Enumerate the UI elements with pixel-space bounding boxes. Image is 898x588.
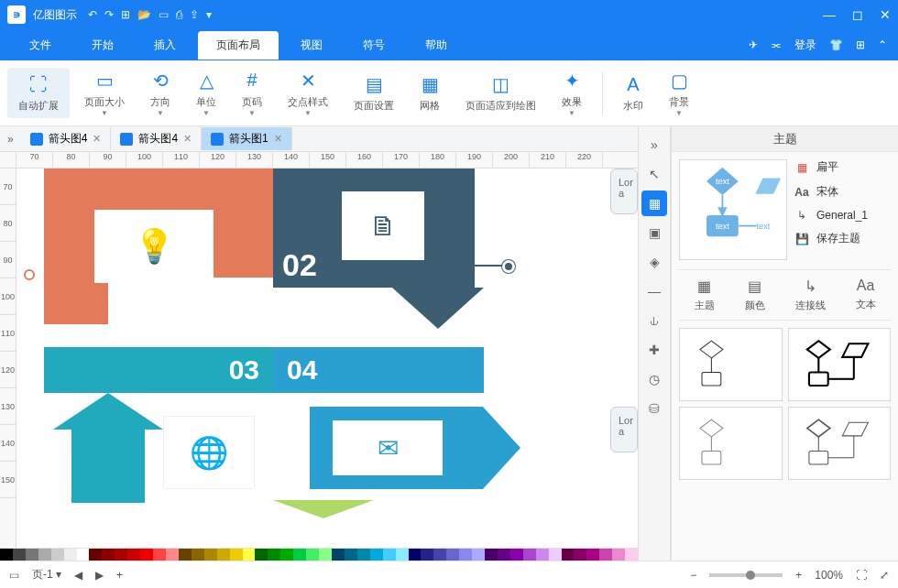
apps-icon[interactable]: ⊞ xyxy=(856,38,865,51)
color-swatch[interactable] xyxy=(51,549,64,561)
color-swatch[interactable] xyxy=(127,549,140,561)
color-swatch[interactable] xyxy=(140,549,153,561)
color-swatch[interactable] xyxy=(357,549,370,561)
color-swatch[interactable] xyxy=(562,549,575,561)
fullscreen-icon[interactable]: ⤢ xyxy=(880,569,889,582)
opt-save-theme[interactable]: 💾保存主题 xyxy=(794,231,868,246)
theme-preview[interactable]: text text text xyxy=(679,159,787,260)
color-swatch[interactable] xyxy=(433,549,446,561)
menu-tab-symbol[interactable]: 符号 xyxy=(345,31,403,60)
cat-connector[interactable]: ↳连接线 xyxy=(795,278,826,312)
rail-chart-icon[interactable]: ⫝ xyxy=(641,308,667,333)
color-swatch[interactable] xyxy=(446,549,459,561)
color-swatch[interactable] xyxy=(498,549,510,561)
menu-tab-insert[interactable]: 插入 xyxy=(136,31,194,60)
theme-thumb-2[interactable] xyxy=(788,328,892,401)
rail-cursor-icon[interactable]: ↖ xyxy=(641,161,667,187)
color-swatch[interactable] xyxy=(243,549,256,561)
tshirt-icon[interactable]: 👕 xyxy=(829,38,843,51)
color-swatch[interactable] xyxy=(192,549,204,561)
ribbon-effects[interactable]: ✦效果▼ xyxy=(551,64,593,123)
page-name-label[interactable]: 页-1 ▾ xyxy=(32,567,61,583)
ribbon-page-setup[interactable]: ▤页面设置 xyxy=(343,68,405,118)
color-swatch[interactable] xyxy=(166,549,179,561)
color-swatch[interactable] xyxy=(268,549,280,561)
rail-history-icon[interactable]: ◷ xyxy=(641,366,667,392)
color-swatch[interactable] xyxy=(472,549,485,561)
color-swatch[interactable] xyxy=(510,549,523,561)
shape-arrow-03[interactable]: 03 🌐 xyxy=(44,347,273,503)
ribbon-page-number[interactable]: #页码▼ xyxy=(231,64,273,123)
color-swatch[interactable] xyxy=(64,549,77,561)
zoom-out-icon[interactable]: − xyxy=(690,569,696,582)
color-swatch[interactable] xyxy=(26,549,38,561)
cat-theme[interactable]: ▦主题 xyxy=(695,278,715,312)
shape-arrow-01[interactable]: 💡 01 xyxy=(44,169,273,324)
rail-symbol-icon[interactable]: ✚ xyxy=(641,337,667,363)
zoom-level[interactable]: 100% xyxy=(815,569,843,582)
ribbon-grid[interactable]: ▦网格 xyxy=(409,68,451,118)
cat-color[interactable]: ▤颜色 xyxy=(745,278,765,312)
rail-themes-icon[interactable]: ▦ xyxy=(641,191,667,216)
color-swatch[interactable] xyxy=(217,549,230,561)
color-swatch[interactable] xyxy=(293,549,306,561)
tab-close-icon[interactable]: ✕ xyxy=(274,133,282,145)
color-swatch[interactable] xyxy=(586,549,599,561)
color-swatch[interactable] xyxy=(13,549,26,561)
color-swatch[interactable] xyxy=(77,549,90,561)
zoom-slider[interactable] xyxy=(709,573,783,577)
tab-close-icon[interactable]: ✕ xyxy=(183,133,192,145)
ribbon-page-size[interactable]: ▭页面大小▼ xyxy=(73,64,136,123)
ribbon-orientation[interactable]: ⟲方向▼ xyxy=(139,64,181,123)
color-swatch[interactable] xyxy=(204,549,217,561)
document-tab-2[interactable]: 箭头图4✕ xyxy=(111,127,202,150)
color-swatch[interactable] xyxy=(523,549,536,561)
opt-font[interactable]: Aa宋体 xyxy=(794,184,868,200)
color-swatch[interactable] xyxy=(102,549,115,561)
color-swatch[interactable] xyxy=(0,549,13,561)
undo-icon[interactable]: ↶ xyxy=(88,8,97,21)
color-swatch[interactable] xyxy=(230,549,243,561)
text-label-1[interactable]: Lor a xyxy=(610,169,638,214)
ribbon-watermark[interactable]: A水印 xyxy=(612,68,654,118)
rail-line-icon[interactable]: — xyxy=(641,278,667,304)
presentation-icon[interactable]: ▭ xyxy=(9,569,19,582)
color-swatch[interactable] xyxy=(179,549,192,561)
color-swatch[interactable] xyxy=(345,549,357,561)
text-label-2[interactable]: Lor a xyxy=(610,407,638,452)
color-swatch[interactable] xyxy=(421,549,433,561)
color-swatch[interactable] xyxy=(332,549,345,561)
opt-style[interactable]: ▦扁平 xyxy=(794,159,868,175)
next-page-icon[interactable]: ▶ xyxy=(95,569,104,582)
zoom-in-icon[interactable]: + xyxy=(795,569,802,582)
color-swatch[interactable] xyxy=(115,549,127,561)
rail-expand-icon[interactable]: » xyxy=(641,132,667,158)
share-icon[interactable]: ⫘ xyxy=(771,38,782,51)
theme-thumb-4[interactable] xyxy=(788,407,892,480)
login-button[interactable]: 登录 xyxy=(794,38,816,53)
ribbon-units[interactable]: △单位▼ xyxy=(185,64,227,123)
qat-more-icon[interactable]: ▾ xyxy=(206,8,212,21)
opt-connector[interactable]: ↳General_1 xyxy=(794,209,868,222)
color-swatch[interactable] xyxy=(153,549,166,561)
color-swatch[interactable] xyxy=(306,549,319,561)
shape-arrow-04[interactable]: 04 ✉ xyxy=(273,347,511,503)
minimize-icon[interactable]: — xyxy=(823,7,836,22)
menu-tab-view[interactable]: 视图 xyxy=(282,31,341,60)
color-swatch[interactable] xyxy=(574,549,586,561)
save-icon[interactable]: ▭ xyxy=(159,8,169,21)
color-swatch[interactable] xyxy=(370,549,383,561)
close-icon[interactable]: ✕ xyxy=(880,7,891,22)
print-icon[interactable]: ⎙ xyxy=(176,8,182,21)
color-swatch[interactable] xyxy=(383,549,396,561)
ribbon-auto-expand[interactable]: ⛶自动扩展 xyxy=(7,68,70,118)
add-page-icon[interactable]: + xyxy=(116,569,123,582)
open-icon[interactable]: 📂 xyxy=(137,8,151,21)
cat-text[interactable]: Aa文本 xyxy=(856,278,876,312)
rail-layers-icon[interactable]: ◈ xyxy=(641,249,667,275)
color-swatch[interactable] xyxy=(625,549,638,561)
rail-image-icon[interactable]: ▣ xyxy=(641,220,667,245)
color-swatch[interactable] xyxy=(38,549,51,561)
tabs-expand-icon[interactable]: » xyxy=(0,133,21,146)
menu-tab-file[interactable]: 文件 xyxy=(11,31,70,60)
